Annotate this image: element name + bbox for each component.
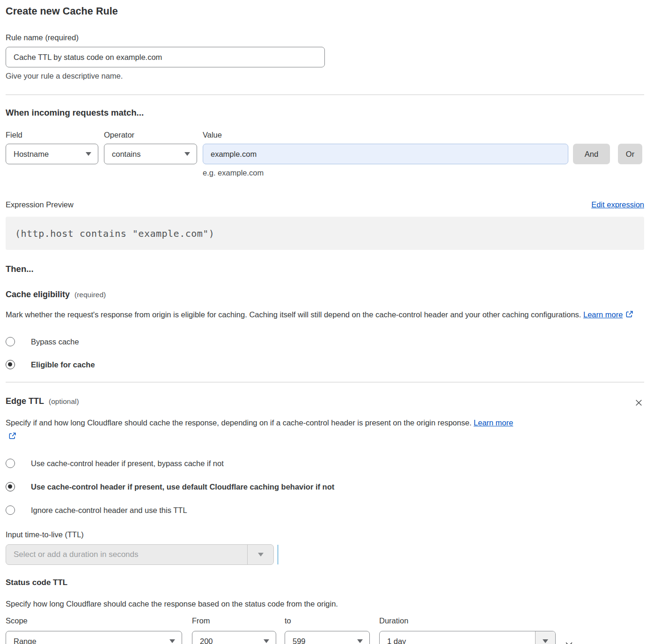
remove-status-code-row-button[interactable] (563, 640, 575, 644)
rule-name-input[interactable] (6, 47, 325, 67)
from-select[interactable]: 200 (192, 631, 276, 644)
section-divider (6, 95, 644, 95)
edge-ttl-description-text: Specify if and how long Cloudflare shoul… (6, 418, 471, 427)
status-code-ttl-heading: Status code TTL (6, 578, 644, 587)
edit-expression-link[interactable]: Edit expression (591, 200, 644, 209)
cache-eligibility-required-tag: (required) (74, 291, 106, 299)
expression-code-text: (http.host contains "example.com") (15, 228, 214, 239)
operator-label: Operator (104, 131, 203, 139)
chevron-down-icon (357, 639, 363, 643)
bypass-cache-radio-label[interactable]: Bypass cache (31, 337, 79, 346)
chevron-down-icon (535, 631, 555, 644)
cache-eligibility-description-text: Mark whether the request's response from… (6, 310, 581, 319)
status-code-ttl-description: Specify how long Cloudflare should cache… (6, 597, 644, 611)
edge-ttl-option-bypass-radio[interactable] (6, 459, 15, 468)
eligible-for-cache-radio-label[interactable]: Eligible for cache (31, 360, 95, 369)
create-cache-rule-form: Create new Cache Rule Rule name (require… (0, 0, 661, 644)
value-help: e.g. example.com (203, 168, 644, 177)
field-label: Field (6, 131, 104, 139)
match-heading: When incoming requests match... (6, 108, 644, 118)
ttl-duration-placeholder: Select or add a duration in seconds (6, 545, 247, 564)
chevron-down-icon (169, 639, 175, 643)
cache-eligibility-description: Mark whether the request's response from… (6, 308, 642, 322)
edge-ttl-description: Specify if and how long Cloudflare shoul… (6, 416, 523, 444)
cache-eligibility-learn-more-link[interactable]: Learn more (583, 310, 623, 319)
duration-select[interactable]: 1 day (379, 631, 556, 644)
ttl-input-label: Input time-to-live (TTL) (6, 530, 644, 539)
scope-label: Scope (6, 616, 182, 625)
and-button[interactable]: And (573, 144, 610, 164)
duration-label: Duration (379, 616, 556, 625)
operator-select[interactable]: contains (104, 144, 197, 164)
to-select[interactable]: 599 (285, 631, 370, 644)
external-link-icon (625, 309, 633, 322)
external-link-icon (8, 431, 16, 444)
expression-preview-label: Expression Preview (6, 200, 73, 209)
from-select-value: 200 (200, 637, 213, 644)
to-select-value: 599 (293, 637, 306, 644)
edge-ttl-option-ignore-label[interactable]: Ignore cache-control header and use this… (31, 506, 187, 515)
chevron-down-icon (184, 152, 190, 156)
edge-ttl-optional-tag: (optional) (49, 397, 79, 406)
chevron-down-icon (264, 639, 269, 643)
duration-select-value: 1 day (380, 631, 535, 644)
edge-ttl-option-bypass-label[interactable]: Use cache-control header if present, byp… (31, 459, 224, 468)
chevron-down-icon (86, 152, 91, 156)
close-icon (634, 402, 643, 409)
page-title: Create new Cache Rule (6, 6, 644, 17)
rule-name-help: Give your rule a descriptive name. (6, 72, 644, 80)
field-select-value: Hostname (14, 150, 49, 159)
or-button[interactable]: Or (618, 144, 642, 164)
then-heading: Then... (6, 264, 644, 274)
operator-select-value: contains (112, 150, 140, 159)
edge-ttl-heading: Edge TTL (6, 396, 44, 406)
field-select[interactable]: Hostname (6, 144, 98, 164)
eligible-for-cache-radio[interactable] (6, 360, 15, 369)
scope-select-value: Range (14, 637, 37, 644)
edge-ttl-learn-more-link[interactable]: Learn more (474, 418, 513, 427)
chevron-down-icon (247, 545, 273, 564)
text-cursor-bar (277, 545, 279, 564)
edge-ttl-option-ignore-radio[interactable] (6, 505, 15, 515)
edge-ttl-close-button[interactable] (633, 397, 644, 410)
ttl-duration-select[interactable]: Select or add a duration in seconds (6, 544, 274, 565)
edge-ttl-option-default-label[interactable]: Use cache-control header if present, use… (31, 483, 334, 491)
value-label: Value (203, 131, 222, 139)
rule-name-label: Rule name (required) (6, 33, 79, 42)
to-label: to (285, 616, 370, 625)
value-input[interactable] (203, 144, 568, 164)
scope-select[interactable]: Range (6, 631, 182, 644)
cache-eligibility-heading: Cache eligibility (6, 290, 70, 300)
section-divider (6, 382, 644, 382)
from-label: From (192, 616, 276, 625)
bypass-cache-radio[interactable] (6, 337, 15, 346)
edge-ttl-option-default-radio[interactable] (6, 482, 15, 491)
expression-code: (http.host contains "example.com") (6, 217, 644, 250)
